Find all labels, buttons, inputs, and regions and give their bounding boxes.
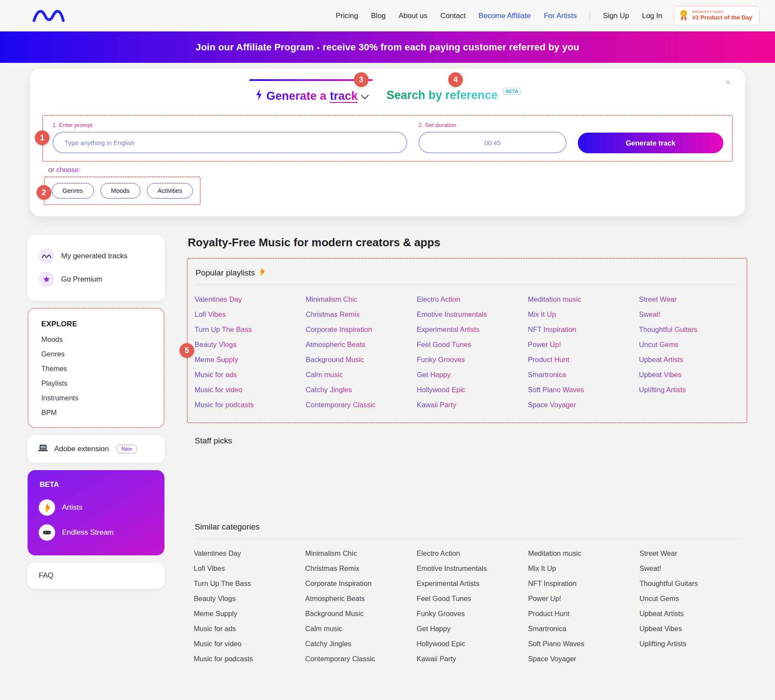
- nav-contact[interactable]: Contact: [440, 12, 466, 20]
- playlist-link[interactable]: Calm music: [306, 370, 343, 379]
- category-link[interactable]: Beauty Vlogs: [194, 594, 236, 603]
- playlist-link[interactable]: Music for ads: [195, 370, 237, 379]
- wave-logo-icon[interactable]: [31, 6, 66, 26]
- sidebar-item-faq[interactable]: FAQ: [28, 563, 164, 588]
- playlist-link[interactable]: NFT Inspiration: [528, 325, 577, 334]
- sidebar-item-adobe-extension[interactable]: Adobe extension New: [28, 435, 164, 463]
- category-link[interactable]: Experimental Artists: [417, 579, 480, 588]
- category-link[interactable]: Music for podcasts: [194, 654, 253, 663]
- category-link[interactable]: Smartronica: [528, 624, 566, 633]
- category-link[interactable]: Background Music: [305, 609, 364, 618]
- activities-pill-button[interactable]: Activities: [147, 183, 193, 198]
- category-link[interactable]: Turn Up The Bass: [194, 579, 251, 588]
- nav-become-affiliate[interactable]: Become Affiliate: [478, 12, 531, 20]
- category-link[interactable]: Funky Grooves: [417, 609, 465, 618]
- playlist-link[interactable]: Feel Good Tunes: [417, 340, 471, 349]
- playlist-link[interactable]: Meme Supply: [195, 355, 238, 364]
- category-link[interactable]: Soft Piano Waves: [528, 639, 584, 648]
- affiliate-banner[interactable]: Join our Affiliate Program - receive 30%…: [0, 31, 775, 63]
- playlist-link[interactable]: Music for video: [195, 385, 242, 394]
- playlist-link[interactable]: Street Wear: [639, 294, 677, 304]
- category-link[interactable]: Mix It Up: [528, 564, 556, 573]
- nav-log-in[interactable]: Log In: [642, 12, 662, 20]
- playlist-link[interactable]: Electro Action: [417, 294, 460, 304]
- category-link[interactable]: Christmas Remix: [305, 564, 360, 573]
- category-link[interactable]: Meditation music: [528, 548, 581, 558]
- category-link[interactable]: Contemporary Classic: [305, 654, 375, 663]
- category-link[interactable]: Sweat!: [639, 564, 661, 573]
- category-link[interactable]: Emotive Instrumentals: [417, 564, 487, 573]
- category-link[interactable]: Get Happy: [417, 624, 451, 633]
- playlist-link[interactable]: Emotive Instrumentals: [417, 310, 487, 319]
- playlist-link[interactable]: Uncut Gems: [639, 340, 679, 349]
- playlist-link[interactable]: Beauty Vlogs: [195, 340, 236, 349]
- category-link[interactable]: Upbeat Artists: [639, 609, 684, 618]
- playlist-link[interactable]: Atmospheric Beats: [306, 340, 365, 349]
- playlist-link[interactable]: Upbeat Artists: [639, 355, 683, 364]
- category-link[interactable]: Atmospheric Beats: [305, 594, 365, 603]
- prompt-input[interactable]: [53, 132, 407, 153]
- category-link[interactable]: Music for ads: [194, 624, 236, 633]
- playlist-link[interactable]: Sweat!: [639, 310, 660, 319]
- sidebar-item-endless-stream[interactable]: Endless Stream: [39, 520, 153, 545]
- playlist-link[interactable]: Catchy Jingles: [306, 385, 352, 394]
- duration-input[interactable]: [418, 132, 567, 153]
- playlist-link[interactable]: Funky Grooves: [417, 355, 465, 364]
- sidebar-explore-link[interactable]: Instruments: [41, 394, 151, 402]
- sidebar-explore-link[interactable]: Themes: [41, 365, 151, 373]
- category-link[interactable]: Catchy Jingles: [305, 639, 351, 648]
- category-link[interactable]: Corporate Inspiration: [305, 579, 372, 588]
- playlist-link[interactable]: Space Voyager: [528, 400, 576, 409]
- nav-pricing[interactable]: Pricing: [336, 12, 358, 20]
- sidebar-explore-link[interactable]: Moods: [41, 335, 151, 344]
- generate-track-button[interactable]: Generate track: [578, 133, 723, 153]
- playlist-link[interactable]: Background Music: [306, 355, 364, 364]
- playlist-link[interactable]: Uplifting Artists: [639, 385, 686, 394]
- playlist-link[interactable]: Lofi Vibes: [195, 310, 226, 319]
- category-link[interactable]: Product Hunt: [528, 609, 569, 618]
- playlist-link[interactable]: Corporate Inspiration: [306, 325, 372, 334]
- playlist-link[interactable]: Experimental Artists: [417, 325, 480, 334]
- category-link[interactable]: Lofi Vibes: [194, 564, 225, 573]
- playlist-link[interactable]: Mix It Up: [528, 310, 556, 319]
- playlist-link[interactable]: Meditation music: [528, 294, 581, 304]
- playlist-link[interactable]: Turn Up The Bass: [195, 325, 252, 334]
- playlist-link[interactable]: Contemporary Classic: [306, 400, 375, 409]
- playlist-link[interactable]: Hollywood Epic: [417, 385, 465, 394]
- product-hunt-badge[interactable]: PRODUCT HUNT #1 Product of the Day: [673, 6, 760, 26]
- nav-sign-up[interactable]: Sign Up: [603, 12, 629, 20]
- nav-blog[interactable]: Blog: [371, 12, 386, 20]
- genres-pill-button[interactable]: Genres: [52, 183, 94, 198]
- playlist-link[interactable]: Kawaii Party: [417, 400, 456, 409]
- category-link[interactable]: Uplifting Artists: [639, 639, 686, 648]
- category-link[interactable]: Uncut Gems: [639, 594, 679, 603]
- category-link[interactable]: Street Wear: [639, 548, 677, 558]
- playlist-link[interactable]: Thoughtful Guitars: [639, 325, 698, 334]
- sidebar-item-go-premium[interactable]: Go Premium: [39, 268, 153, 291]
- playlist-link[interactable]: Get Happy: [417, 370, 451, 379]
- category-link[interactable]: Electro Action: [417, 548, 460, 558]
- category-link[interactable]: Hollywood Epic: [417, 639, 465, 648]
- tab-search-by-reference[interactable]: 4 Search by reference BETA: [387, 79, 521, 102]
- sidebar-explore-link[interactable]: Genres: [41, 350, 151, 358]
- category-link[interactable]: Power Up!: [528, 594, 561, 603]
- nav-about[interactable]: About us: [399, 12, 428, 20]
- tab-generate-track[interactable]: 3 Generate a track: [254, 79, 368, 104]
- moods-pill-button[interactable]: Moods: [100, 183, 141, 198]
- close-icon[interactable]: ×: [722, 77, 734, 88]
- playlist-link[interactable]: Soft Piano Waves: [528, 385, 584, 394]
- category-link[interactable]: Calm music: [305, 624, 342, 633]
- sidebar-item-artists[interactable]: Artists: [39, 495, 153, 520]
- category-link[interactable]: Valentines Day: [194, 548, 241, 558]
- playlist-link[interactable]: Christmas Remix: [306, 310, 360, 319]
- playlist-link[interactable]: Music for podcasts: [195, 400, 254, 409]
- playlist-link[interactable]: Minimalism Chic: [306, 294, 357, 304]
- playlist-link[interactable]: Upbeat Vibes: [639, 370, 682, 379]
- category-link[interactable]: Minimalism Chic: [305, 548, 357, 558]
- category-link[interactable]: Upbeat Vibes: [639, 624, 682, 633]
- playlist-link[interactable]: Valentines Day: [195, 294, 242, 304]
- playlist-link[interactable]: Product Hunt: [528, 355, 569, 364]
- category-link[interactable]: Meme Supply: [194, 609, 237, 618]
- category-link[interactable]: Space Voyager: [528, 654, 576, 663]
- category-link[interactable]: Feel Good Tunes: [417, 594, 471, 603]
